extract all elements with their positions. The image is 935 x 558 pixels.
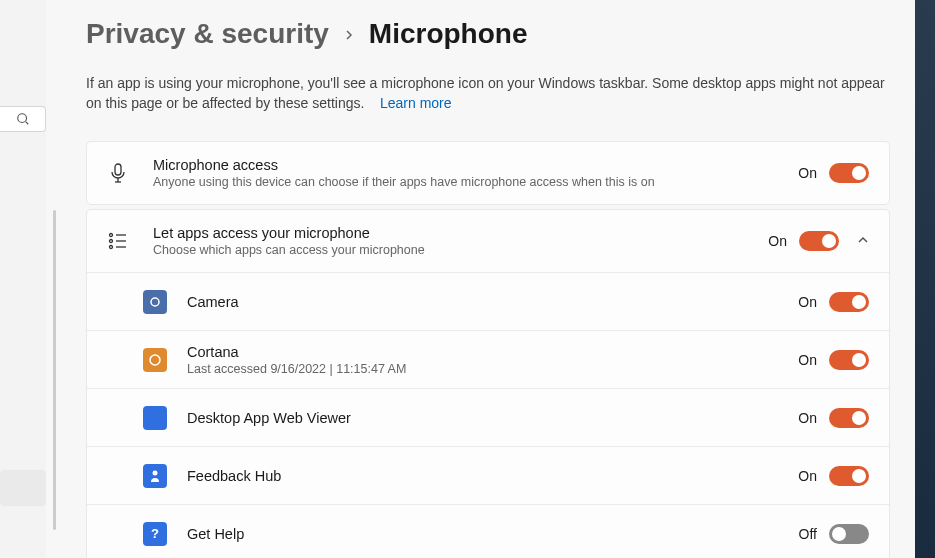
app-state: On [798, 352, 817, 368]
svg-point-5 [110, 234, 113, 237]
app-name: Get Help [187, 526, 799, 542]
app-toggle[interactable] [829, 408, 869, 428]
page-title: Microphone [369, 18, 528, 50]
svg-point-7 [110, 240, 113, 243]
app-icon: ? [143, 522, 167, 546]
mic-access-title: Microphone access [153, 157, 798, 173]
app-row: CortanaLast accessed 9/16/2022 | 11:15:4… [87, 330, 889, 388]
mic-access-toggle[interactable] [829, 163, 869, 183]
app-toggle[interactable] [829, 466, 869, 486]
app-toggle[interactable] [829, 350, 869, 370]
svg-line-1 [25, 122, 28, 125]
app-state: Off [799, 526, 817, 542]
mic-access-state: On [798, 165, 817, 181]
search-icon [16, 112, 30, 126]
let-apps-toggle[interactable] [799, 231, 839, 251]
app-icon [143, 348, 167, 372]
app-toggle[interactable] [829, 524, 869, 544]
app-row: ?Get HelpOff [87, 504, 889, 558]
app-sub: Last accessed 9/16/2022 | 11:15:47 AM [187, 362, 798, 376]
app-icon [143, 290, 167, 314]
breadcrumb: Privacy & security Microphone [86, 18, 890, 50]
breadcrumb-parent[interactable]: Privacy & security [86, 18, 329, 50]
microphone-icon [107, 162, 129, 184]
app-state: On [798, 468, 817, 484]
app-icon [143, 464, 167, 488]
nav-scroll-indicator [53, 210, 56, 530]
chevron-up-icon[interactable] [857, 232, 869, 250]
app-row: CameraOn [87, 272, 889, 330]
learn-more-link[interactable]: Learn more [380, 95, 452, 111]
app-toggle[interactable] [829, 292, 869, 312]
app-state: On [798, 294, 817, 310]
let-apps-title: Let apps access your microphone [153, 225, 768, 241]
mic-access-sub: Anyone using this device can choose if t… [153, 175, 798, 189]
app-row: Feedback HubOn [87, 446, 889, 504]
let-apps-sub: Choose which apps can access your microp… [153, 243, 768, 257]
page-description: If an app is using your microphone, you'… [86, 74, 888, 113]
svg-point-9 [110, 246, 113, 249]
svg-rect-2 [115, 164, 121, 175]
svg-point-11 [151, 298, 159, 306]
app-name: Cortana [187, 344, 798, 360]
app-state: On [798, 410, 817, 426]
svg-point-13 [153, 470, 158, 475]
let-apps-card: Let apps access your microphone Choose w… [86, 209, 890, 558]
chevron-right-icon [343, 23, 355, 46]
window-edge [915, 0, 935, 558]
svg-point-0 [17, 114, 26, 123]
nav-selected-item[interactable] [0, 470, 46, 506]
let-apps-header-row[interactable]: Let apps access your microphone Choose w… [87, 210, 889, 272]
svg-point-12 [150, 355, 160, 365]
app-row: Desktop App Web ViewerOn [87, 388, 889, 446]
list-icon [107, 232, 129, 250]
app-icon [143, 406, 167, 430]
app-name: Camera [187, 294, 798, 310]
app-name: Feedback Hub [187, 468, 798, 484]
search-input[interactable] [0, 106, 46, 132]
mic-access-card: Microphone access Anyone using this devi… [86, 141, 890, 205]
let-apps-state: On [768, 233, 787, 249]
app-name: Desktop App Web Viewer [187, 410, 798, 426]
